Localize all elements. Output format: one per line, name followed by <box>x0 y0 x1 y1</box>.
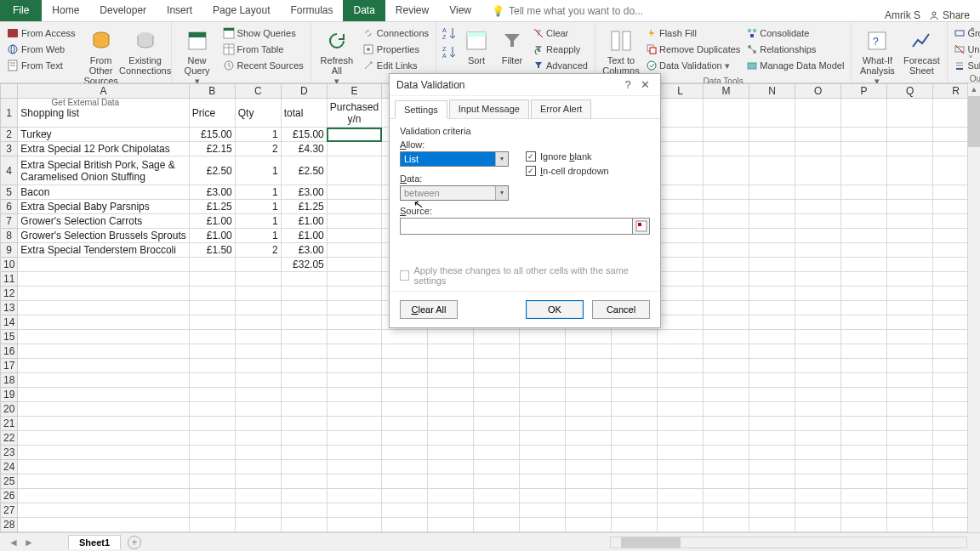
col-header[interactable]: D <box>281 84 327 99</box>
ribbon-collapse-icon[interactable]: ˅ <box>968 54 977 66</box>
from-access-button[interactable]: From Access <box>5 26 77 41</box>
row-header[interactable]: 16 <box>1 344 18 359</box>
new-query-button[interactable]: New Query▾ <box>177 26 218 87</box>
filter-button[interactable]: Filter <box>496 26 528 65</box>
vertical-scrollbar[interactable]: ▲ <box>967 83 980 532</box>
row-header[interactable]: 9 <box>1 243 18 258</box>
row-header[interactable]: 6 <box>1 200 18 214</box>
what-if-button[interactable]: ? What-If Analysis▾ <box>857 26 897 87</box>
clear-all-button[interactable]: Clear All <box>400 300 458 319</box>
sheet-nav[interactable]: ◄► <box>0 537 68 548</box>
row-header[interactable]: 17 <box>1 359 18 373</box>
tab-formulas[interactable]: Formulas <box>280 0 343 21</box>
row-header[interactable]: 1 <box>1 99 18 128</box>
col-header[interactable]: C <box>235 84 281 99</box>
tab-error-alert[interactable]: Error Alert <box>531 99 592 118</box>
from-text-button[interactable]: From Text <box>5 58 77 73</box>
flash-fill-button[interactable]: Flash Fill <box>645 26 742 41</box>
recent-sources-button[interactable]: Recent Sources <box>221 58 305 73</box>
row-header[interactable]: 25 <box>1 474 18 489</box>
col-header[interactable]: N <box>749 84 795 99</box>
col-header[interactable]: M <box>704 84 749 99</box>
help-button[interactable]: ? <box>619 78 636 91</box>
reapply-button[interactable]: Reapply <box>532 42 590 57</box>
tab-developer[interactable]: Developer <box>89 0 157 21</box>
row-header[interactable]: 8 <box>1 229 18 243</box>
row-header[interactable]: 3 <box>1 142 18 156</box>
row-header[interactable]: 21 <box>1 417 18 431</box>
horizontal-scrollbar[interactable] <box>610 537 967 548</box>
row-header[interactable]: 26 <box>1 489 18 503</box>
row-header[interactable]: 18 <box>1 373 18 388</box>
row-header[interactable]: 23 <box>1 446 18 460</box>
advanced-filter-button[interactable]: Advanced <box>532 58 590 73</box>
relationships-button[interactable]: Relationships <box>745 42 846 57</box>
row-header[interactable]: 14 <box>1 315 18 330</box>
col-header[interactable]: Q <box>887 84 933 99</box>
in-cell-dropdown-checkbox[interactable]: ✓In-cell dropdown <box>526 166 609 176</box>
add-sheet-button[interactable]: + <box>128 536 141 549</box>
close-button[interactable]: ✕ <box>636 78 653 91</box>
data-validation-icon <box>647 60 657 71</box>
cancel-button[interactable]: Cancel <box>592 300 650 319</box>
row-header[interactable]: 22 <box>1 431 18 446</box>
source-input[interactable] <box>400 218 633 235</box>
row-header[interactable]: 12 <box>1 287 18 301</box>
col-header[interactable]: B <box>189 84 235 99</box>
ok-button[interactable]: OK <box>526 300 584 319</box>
row-header[interactable]: 2 <box>1 128 18 142</box>
sort-az-button[interactable]: AZ <box>442 26 457 43</box>
remove-duplicates-button[interactable]: Remove Duplicates <box>645 42 742 57</box>
share-button[interactable]: Share <box>929 9 970 21</box>
row-header[interactable]: 27 <box>1 503 18 518</box>
row-header[interactable]: 19 <box>1 388 18 402</box>
tab-data[interactable]: Data <box>343 0 385 21</box>
from-table-button[interactable]: From Table <box>221 42 305 57</box>
row-header[interactable]: 7 <box>1 214 18 229</box>
tab-settings[interactable]: Settings <box>395 100 447 119</box>
col-header[interactable]: O <box>795 84 841 99</box>
properties-button[interactable]: Properties <box>361 42 430 57</box>
refresh-all-button[interactable]: Refresh All▾ <box>316 26 357 87</box>
row-header[interactable]: 10 <box>1 258 18 272</box>
tab-insert[interactable]: Insert <box>157 0 202 21</box>
sort-button[interactable]: Sort <box>460 26 493 65</box>
tab-view[interactable]: View <box>439 0 481 21</box>
existing-connections-button[interactable]: Existing Connections <box>125 26 166 76</box>
col-header[interactable]: P <box>841 84 887 99</box>
row-header[interactable]: 5 <box>1 185 18 200</box>
col-header[interactable]: A <box>18 84 189 99</box>
ribbon-help-icon[interactable]: ⌃ <box>968 26 977 37</box>
edit-links-button[interactable]: Edit Links <box>361 58 430 73</box>
col-header[interactable]: E <box>327 84 381 99</box>
range-selector-button[interactable] <box>633 218 650 235</box>
row-header[interactable]: 15 <box>1 330 18 344</box>
row-header[interactable]: 20 <box>1 402 18 417</box>
data-validation-button[interactable]: Data Validation ▾ <box>645 58 742 73</box>
sort-za-button[interactable]: ZA <box>442 44 457 62</box>
tell-me[interactable]: 💡 Tell me what you want to do... <box>481 1 653 21</box>
tab-home[interactable]: Home <box>42 0 89 21</box>
row-header[interactable]: 4 <box>1 156 18 185</box>
row-header[interactable]: 11 <box>1 272 18 287</box>
manage-data-model-button[interactable]: Manage Data Model <box>745 58 846 73</box>
show-queries-button[interactable]: Show Queries <box>221 26 305 41</box>
consolidate-button[interactable]: Consolidate <box>745 26 846 41</box>
allow-dropdown[interactable]: List▾ <box>400 151 509 167</box>
connections-button[interactable]: Connections <box>361 26 430 41</box>
file-tab[interactable]: File <box>0 0 42 21</box>
tab-input-message[interactable]: Input Message <box>449 99 529 118</box>
forecast-sheet-button[interactable]: Forecast Sheet <box>901 26 942 76</box>
from-web-button[interactable]: From Web <box>5 42 77 57</box>
tab-page-layout[interactable]: Page Layout <box>202 0 280 21</box>
row-header[interactable]: 13 <box>1 301 18 315</box>
user-name[interactable]: Amrik S <box>885 9 920 21</box>
tab-review[interactable]: Review <box>385 0 439 21</box>
ignore-blank-checkbox[interactable]: ✓Ignore blank <box>526 151 609 162</box>
sheet-tab[interactable]: Sheet1 <box>68 535 121 549</box>
col-header[interactable]: L <box>658 84 704 99</box>
row-header[interactable]: 28 <box>1 518 18 532</box>
row-header[interactable]: 24 <box>1 460 18 474</box>
clear-filter-button[interactable]: Clear <box>532 26 590 41</box>
text-to-columns-button[interactable]: Text to Columns <box>601 26 641 76</box>
